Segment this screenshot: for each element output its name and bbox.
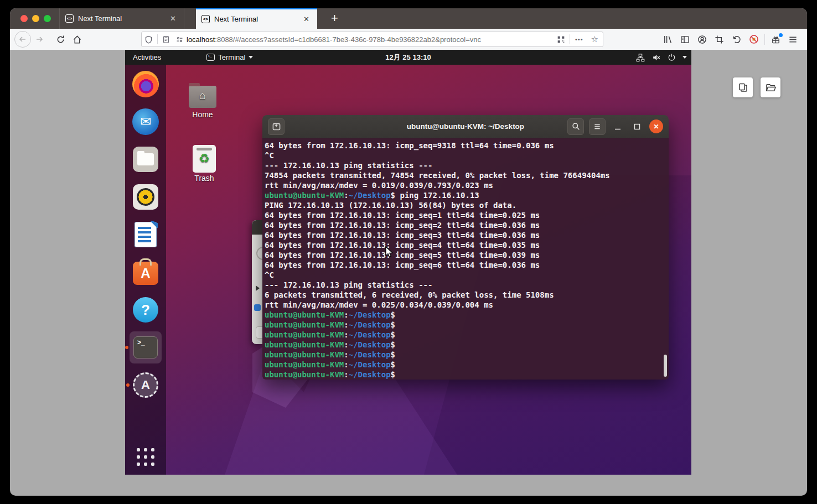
terminal-line: ^C [265,150,669,160]
desktop-icon-label: Trash [188,174,220,183]
terminal-line: ubuntu@ubuntu-KVM:~/Desktop$ [265,370,669,380]
tab-bar: <> Next Terminal ✕ <> Next Terminal ✕ + [10,8,807,29]
background-window-badge-icon [254,304,261,311]
terminal-new-tab-button[interactable] [268,118,285,135]
terminal-maximize-button[interactable] [630,119,644,134]
blocked-addon-icon[interactable] [745,31,762,48]
file-manager-button[interactable] [761,77,780,97]
chevron-down-icon [249,56,253,59]
terminal-line: ubuntu@ubuntu-KVM:~/Desktop$ [265,310,669,320]
vnc-remote-screen[interactable]: Activities ›_ Terminal 12月 25 13:10 ✉ A … [125,50,691,475]
terminal-titlebar[interactable]: ubuntu@ubuntu-KVM: ~/Desktop ✕ [262,115,669,138]
ubuntu-software-icon: A [133,262,158,285]
terminal-body[interactable]: 64 bytes from 172.16.10.13: icmp_seq=931… [262,138,669,380]
thunderbird-icon: ✉ [132,108,159,135]
terminal-line: 74854 packets transmitted, 74854 receive… [265,170,669,180]
expander-triangle-icon [256,285,260,291]
screenshot-crop-icon[interactable] [711,31,728,48]
library-icon[interactable] [659,31,676,48]
terminal-line: 64 bytes from 172.16.10.13: icmp_seq=5 t… [265,250,669,260]
power-icon [668,53,676,61]
dock-item-rhythmbox[interactable] [132,184,159,210]
new-tab-button[interactable]: + [327,11,343,25]
macos-minimize-button[interactable] [32,15,39,22]
terminal-output: 64 bytes from 172.16.10.13: icmp_seq=931… [265,141,669,380]
running-indicator-dot [126,383,130,387]
dock-item-firefox[interactable] [132,71,159,97]
back-button[interactable] [14,31,31,48]
undo-closed-tab-icon[interactable] [728,31,745,48]
terminal-minimize-button[interactable] [611,119,625,134]
dock-item-software-updater[interactable]: A [132,372,159,398]
libreoffice-writer-icon [135,222,157,247]
activities-button[interactable]: Activities [125,53,169,61]
dock-item-terminal-active[interactable]: >_ [130,331,162,363]
terminal-window[interactable]: ubuntu@ubuntu-KVM: ~/Desktop ✕ [262,115,669,380]
next-terminal-favicon: <> [65,14,74,23]
terminal-menu-button[interactable] [589,118,606,135]
terminal-line: rtt min/avg/max/mdev = 0.019/0.039/0.793… [265,180,669,190]
terminal-line: ubuntu@ubuntu-KVM:~/Desktop$ [265,340,669,350]
hamburger-menu-icon[interactable] [784,31,802,48]
dock-item-files[interactable] [132,146,159,173]
background-window-spinner [256,247,262,260]
terminal-line: ubuntu@ubuntu-KVM:~/Desktop$ ping 172.16… [265,190,669,200]
tab-next-terminal-2[interactable]: <> Next Terminal ✕ [196,8,317,29]
tab-close-icon[interactable]: ✕ [168,13,178,24]
sidebars-icon[interactable] [676,31,694,48]
navigation-bar: localhost:8088/#/access?assetsId=c1db668… [10,29,807,50]
background-window-edge[interactable] [252,220,262,344]
system-tray[interactable] [636,50,687,65]
terminal-close-button[interactable]: ✕ [649,119,663,133]
home-folder-icon [189,86,216,108]
terminal-line: 64 bytes from 172.16.10.13: icmp_seq=4 t… [265,240,669,250]
whats-new-gift-icon[interactable] [767,31,784,48]
desktop-icon-home[interactable]: Home [187,86,219,119]
terminal-line: 64 bytes from 172.16.10.13: icmp_seq=1 t… [265,210,669,220]
dock-item-ubuntu-software[interactable]: A [132,259,159,285]
background-window-titlebar [252,220,262,235]
macos-close-button[interactable] [20,15,28,22]
background-window-button[interactable] [256,326,262,339]
url-text[interactable]: localhost:8088/#/access?assetsId=c1db668… [187,35,554,44]
volume-muted-icon [651,53,661,62]
terminal-icon: >_ [133,336,158,358]
tab-next-terminal-1[interactable]: <> Next Terminal ✕ [59,8,184,29]
address-bar[interactable]: localhost:8088/#/access?assetsId=c1db668… [141,32,603,47]
dock-item-help[interactable]: ? [132,297,159,323]
dock-item-libreoffice-writer[interactable] [132,221,159,248]
macos-zoom-button[interactable] [44,15,51,22]
show-applications-icon [135,446,157,468]
tracking-protection-shield-icon[interactable] [142,35,156,44]
next-terminal-favicon: <> [201,15,210,23]
qr-extension-icon[interactable] [554,35,568,44]
clipboard-copy-button[interactable] [733,77,753,97]
desktop-icon-trash[interactable]: ♻ Trash [188,145,220,183]
terminal-line: 6 packets transmitted, 6 received, 0% pa… [265,290,669,300]
terminal-mini-icon: ›_ [206,54,215,61]
terminal-search-button[interactable] [567,118,584,135]
url-rest: :8088/#/access?assetsId=c1db6681-7be3-43… [215,35,481,44]
files-icon [133,147,158,172]
account-icon[interactable] [694,31,711,48]
terminal-scrollbar-thumb[interactable] [664,355,667,377]
terminal-line: --- 172.16.10.13 ping statistics --- [265,280,669,290]
dock-item-thunderbird[interactable]: ✉ [132,108,159,135]
page-info-icon[interactable] [159,35,173,44]
terminal-line: PING 172.16.10.13 (172.16.10.13) 56(84) … [265,200,669,210]
home-button[interactable] [69,31,85,48]
forward-button[interactable] [31,31,48,48]
dock-item-show-applications[interactable] [132,444,159,470]
app-menu-terminal[interactable]: ›_ Terminal [206,53,253,61]
software-updater-icon: A [133,372,158,398]
terminal-line: rtt min/avg/max/mdev = 0.025/0.034/0.039… [265,300,669,310]
bookmark-star-icon[interactable]: ☆ [587,34,603,44]
trash-icon: ♻ [193,145,216,173]
reload-button[interactable] [52,31,69,48]
app-menu-label: Terminal [218,53,245,61]
site-permissions-icon[interactable] [173,35,187,44]
desktop-icon-label: Home [187,110,219,119]
gnome-top-bar: Activities ›_ Terminal 12月 25 13:10 [125,50,691,65]
tab-close-icon[interactable]: ✕ [301,14,312,24]
page-actions-icon[interactable]: ••• [572,36,587,43]
